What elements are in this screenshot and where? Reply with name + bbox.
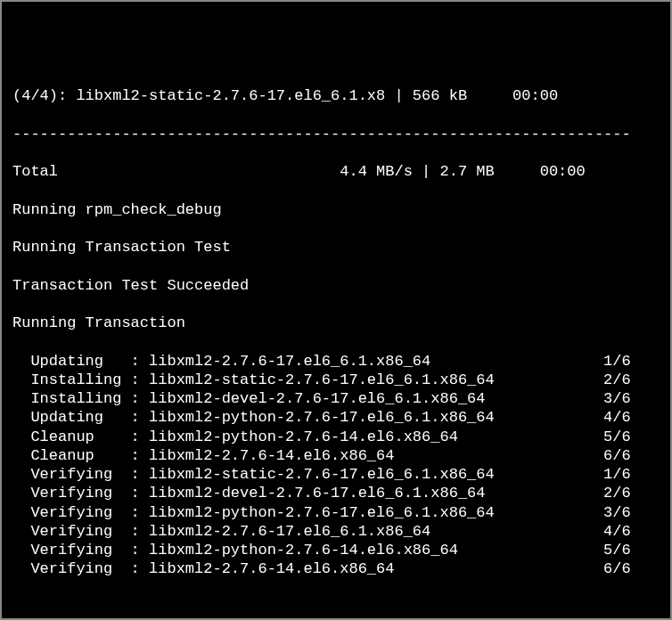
transaction-line: Verifying : libxml2-devel-2.7.6-17.el6_6… bbox=[12, 484, 660, 502]
transaction-line: Installing : libxml2-devel-2.7.6-17.el6_… bbox=[12, 389, 660, 408]
transaction-line: Verifying : libxml2-static-2.7.6-17.el6_… bbox=[12, 465, 660, 484]
total-line: Total 4.4 MB/s | 2.7 MB 00:00 bbox=[12, 162, 660, 181]
blank-line bbox=[12, 598, 660, 616]
transaction-line: Updating : libxml2-python-2.7.6-17.el6_6… bbox=[12, 408, 660, 427]
transaction-line: Verifying : libxml2-python-2.7.6-17.el6_… bbox=[12, 503, 660, 522]
status-line: Transaction Test Succeeded bbox=[12, 276, 660, 295]
transaction-line: Updating : libxml2-2.7.6-17.el6_6.1.x86_… bbox=[12, 352, 660, 371]
status-line: Running rpm_check_debug bbox=[12, 200, 660, 219]
transaction-line: Verifying : libxml2-2.7.6-14.el6.x86_64 … bbox=[12, 559, 660, 578]
status-line: Running Transaction bbox=[12, 314, 660, 332]
status-line: Running Transaction Test bbox=[12, 238, 660, 257]
transaction-line: Cleanup : libxml2-python-2.7.6-14.el6.x8… bbox=[12, 428, 660, 446]
transaction-line: Installing : libxml2-static-2.7.6-17.el6… bbox=[12, 371, 660, 389]
transaction-line: Verifying : libxml2-python-2.7.6-14.el6.… bbox=[12, 541, 660, 559]
transaction-line: Verifying : libxml2-2.7.6-17.el6_6.1.x86… bbox=[12, 522, 660, 541]
separator-line: ----------------------------------------… bbox=[12, 125, 660, 143]
download-progress-line: (4/4): libxml2-static-2.7.6-17.el6_6.1.x… bbox=[12, 86, 660, 105]
transaction-list: Updating : libxml2-2.7.6-17.el6_6.1.x86_… bbox=[12, 352, 660, 579]
transaction-line: Cleanup : libxml2-2.7.6-14.el6.x86_64 6/… bbox=[12, 446, 660, 465]
